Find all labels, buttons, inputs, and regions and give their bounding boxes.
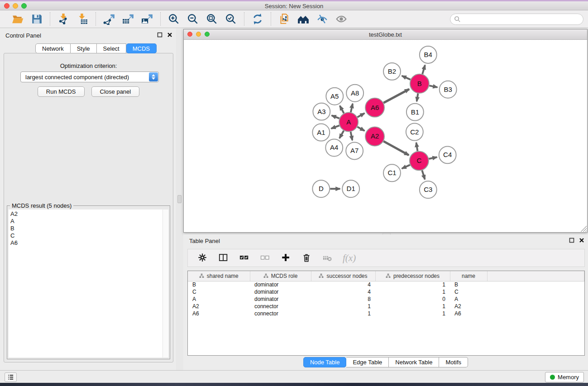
table-row[interactable]: A6connector11A6	[188, 310, 584, 317]
home-view-button[interactable]	[296, 12, 310, 26]
table-cell[interactable]: connector	[250, 303, 311, 310]
close-panel-icon[interactable]	[167, 32, 172, 38]
table-cell[interactable]: 1	[375, 288, 450, 295]
table-cell[interactable]: A2	[188, 303, 250, 310]
table-cell[interactable]: A2	[450, 303, 487, 310]
run-mcds-button[interactable]: Run MCDS	[38, 86, 85, 97]
graph-node-A6[interactable]: A6	[365, 98, 384, 117]
mcds-result-item[interactable]: A	[10, 218, 163, 225]
graph-node-D[interactable]: D	[312, 180, 330, 197]
table-cell[interactable]: 1	[375, 303, 450, 310]
table-cell[interactable]: dominator	[250, 295, 311, 303]
graph-edge-A-A4[interactable]	[339, 131, 344, 138]
table-cell[interactable]: 8	[311, 295, 375, 303]
delete-column-button[interactable]	[301, 252, 313, 264]
network-canvas[interactable]: B4B2BB3A5A8A6B1A3AA1C2A2A4A7C4CC1C3DD1	[184, 40, 587, 232]
table-cell[interactable]: C	[450, 288, 487, 295]
zoom-out-button[interactable]	[186, 12, 200, 26]
tab-motifs[interactable]: Motifs	[439, 357, 468, 367]
graph-node-A2[interactable]: A2	[365, 127, 384, 146]
column-header-predecessor-nodes[interactable]: predecessor nodes	[375, 271, 450, 281]
memory-button[interactable]: Memory	[545, 372, 584, 382]
function-builder-button[interactable]: f(x)	[343, 253, 356, 264]
graph-node-A5[interactable]: A5	[326, 88, 343, 105]
table-cell[interactable]: 1	[311, 310, 375, 317]
column-header-successor-nodes[interactable]: successor nodes	[311, 271, 375, 281]
graph-node-A1[interactable]: A1	[312, 124, 330, 141]
table-cell[interactable]: dominator	[250, 288, 311, 295]
graph-edge-B-B3[interactable]	[429, 86, 437, 87]
save-session-button[interactable]	[30, 12, 43, 26]
graph-node-C[interactable]: C	[410, 151, 429, 170]
graph-node-A8[interactable]: A8	[346, 85, 363, 102]
task-history-button[interactable]	[5, 372, 17, 382]
table-row[interactable]: Adominator80A	[188, 295, 584, 303]
table-cell[interactable]: A	[188, 295, 250, 303]
mcds-result-item[interactable]: A6	[10, 239, 163, 247]
graph-node-A4[interactable]: A4	[325, 139, 343, 156]
mcds-result-item[interactable]: A2	[10, 210, 163, 218]
graph-edge-B-B1[interactable]	[417, 93, 418, 101]
column-header-shared-name[interactable]: shared name	[188, 271, 250, 281]
table-cell[interactable]: dominator	[250, 281, 311, 288]
duplicate-network-button[interactable]	[277, 12, 291, 26]
vertical-splitter-grip[interactable]	[177, 195, 182, 203]
split-panel-button[interactable]	[218, 252, 229, 264]
column-header-MCDS-role[interactable]: MCDS role	[250, 271, 311, 281]
graph-node-C1[interactable]: C1	[383, 164, 401, 181]
zoom-fit-button[interactable]	[205, 12, 219, 26]
export-network-button[interactable]	[102, 12, 116, 26]
close-panel-icon[interactable]	[579, 238, 584, 243]
graph-node-B[interactable]: B	[410, 74, 429, 93]
table-cell[interactable]: C	[188, 288, 250, 295]
table-cell[interactable]: 1	[375, 310, 450, 317]
graph-edge-A-A7[interactable]	[351, 132, 353, 140]
graph-edge-A-A6[interactable]	[357, 113, 364, 117]
show-hide-button[interactable]	[335, 12, 348, 26]
tab-select[interactable]: Select	[97, 43, 126, 53]
table-row[interactable]: Cdominator41C	[188, 288, 584, 295]
graph-node-B3[interactable]: B3	[440, 81, 457, 98]
apply-layout-button[interactable]	[251, 12, 264, 26]
add-column-button[interactable]	[280, 252, 292, 264]
graph-edge-A-A3[interactable]	[332, 115, 339, 118]
graph-node-C3[interactable]: C3	[420, 181, 437, 198]
graph-node-D1[interactable]: D1	[342, 180, 359, 197]
window-resize-grip[interactable]	[581, 226, 587, 232]
graph-edge-A6-B[interactable]	[383, 89, 409, 103]
graph-edge-A-A1[interactable]	[331, 125, 339, 129]
import-network-button[interactable]	[57, 12, 70, 26]
graph-edge-A-A2[interactable]	[357, 127, 364, 131]
graph-edge-C-C4[interactable]	[429, 157, 437, 159]
select-all-button[interactable]	[239, 252, 250, 264]
tab-network-table[interactable]: Network Table	[389, 357, 439, 367]
table-cell[interactable]: connector	[250, 310, 311, 317]
table-cell[interactable]: B	[188, 281, 250, 288]
graph-node-A7[interactable]: A7	[346, 142, 363, 159]
tab-edge-table[interactable]: Edge Table	[346, 357, 389, 367]
graph-node-B4[interactable]: B4	[420, 46, 437, 63]
graph-node-A[interactable]: A	[339, 113, 358, 132]
graph-node-B2[interactable]: B2	[383, 63, 401, 80]
table-cell[interactable]: A6	[188, 310, 250, 317]
mcds-result-scrollbar[interactable]	[163, 210, 168, 357]
mcds-result-item[interactable]: B	[10, 225, 163, 232]
vertical-splitter[interactable]	[176, 28, 183, 370]
import-table-button[interactable]	[76, 12, 89, 26]
graph-edge-C-C3[interactable]	[422, 170, 425, 179]
table-cell[interactable]: 4	[311, 281, 375, 288]
export-table-button[interactable]	[121, 12, 135, 26]
tab-style[interactable]: Style	[71, 43, 97, 53]
table-row[interactable]: A2connector11A2	[188, 303, 584, 310]
tab-mcds[interactable]: MCDS	[126, 43, 157, 53]
graph-node-C4[interactable]: C4	[439, 146, 456, 163]
table-cell[interactable]: 1	[375, 281, 450, 288]
graph-edge-C-C1[interactable]	[402, 165, 410, 168]
graph-node-C2[interactable]: C2	[406, 124, 423, 141]
table-cell[interactable]: 4	[311, 288, 375, 295]
graph-node-A3[interactable]: A3	[313, 103, 330, 120]
graph-node-B1[interactable]: B1	[406, 104, 424, 121]
float-panel-icon[interactable]	[569, 238, 574, 243]
graphics-details-button[interactable]	[316, 12, 329, 26]
optimization-criterion-select[interactable]: largest connected component (directed)	[20, 71, 159, 82]
